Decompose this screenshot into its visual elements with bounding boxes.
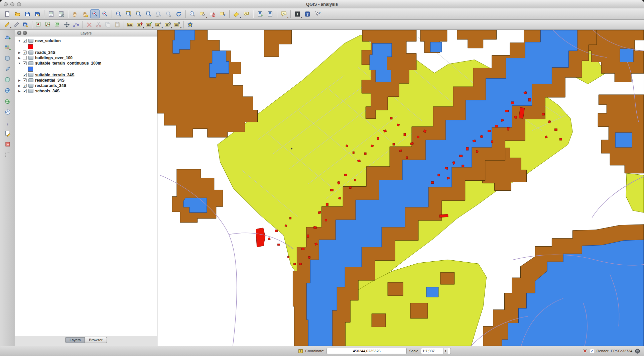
zoom-next-button[interactable]	[164, 9, 173, 18]
zoom-full-extent-button[interactable]	[124, 9, 133, 18]
add-feature-point-button[interactable]	[34, 21, 43, 29]
layer-row-suitable_terrain_34S[interactable]: ✓suitable_terrain_34S	[15, 72, 157, 78]
composer-manager-button[interactable]	[56, 9, 66, 18]
layer-labeling-button[interactable]: abc	[126, 21, 135, 29]
twisty-icon[interactable]: ▶	[18, 90, 21, 93]
layer-checkbox[interactable]: ✓	[23, 73, 27, 77]
add-wfs-layer-button[interactable]	[3, 107, 13, 117]
layer-row-suitable_terrain_continuous_100m[interactable]: ▼✓suitable_terrain_continuous_100m	[15, 61, 157, 66]
layer-row-roads_34S[interactable]: ▶✓roads_34S	[15, 50, 157, 55]
layer-row-buildings_over_100[interactable]: ▶buildings_over_100	[15, 55, 157, 61]
show-hide-labels-button[interactable]: ab▾	[145, 21, 153, 29]
cut-features-button[interactable]	[94, 21, 103, 29]
render-checkbox[interactable]: ✓	[590, 349, 594, 353]
tab-layers[interactable]: Layers	[65, 337, 85, 343]
extents-toggle-button[interactable]	[298, 349, 303, 354]
layer-checkbox[interactable]: ✓	[23, 51, 27, 55]
add-feature-line-button[interactable]	[44, 21, 52, 29]
new-print-composer-button[interactable]	[46, 9, 56, 18]
save-layer-edits-button[interactable]	[21, 21, 30, 29]
add-feature-polygon-button[interactable]	[53, 21, 62, 29]
panel-float-button[interactable]: ▫	[23, 31, 27, 35]
deselect-features-button[interactable]	[208, 9, 217, 18]
scale-spinner[interactable]: ▲▼	[443, 348, 448, 354]
zoom-actual-size-button[interactable]: 1:1	[114, 9, 123, 18]
twisty-icon[interactable]: ▶	[18, 51, 21, 54]
add-raster-layer-button[interactable]	[3, 43, 13, 53]
scale-combo[interactable]: ▲▼	[421, 348, 451, 354]
add-spatialite-layer-button[interactable]	[3, 65, 13, 74]
layer-row-restaurants_34S[interactable]: ▶✓restaurants_34S	[15, 83, 157, 88]
layer-checkbox[interactable]: ✓	[23, 89, 27, 93]
save-project-button[interactable]	[23, 9, 32, 18]
close-button[interactable]	[4, 2, 8, 6]
pan-to-selection-button[interactable]	[80, 9, 90, 18]
rotate-label-button[interactable]: ab▾	[163, 21, 172, 29]
copy-features-button[interactable]	[104, 21, 112, 29]
current-edits-button[interactable]	[12, 21, 21, 29]
twisty-icon[interactable]: ▼	[18, 62, 21, 65]
delete-selected-button[interactable]	[85, 21, 94, 29]
layer-checkbox[interactable]: ✓	[23, 61, 27, 65]
open-project-button[interactable]	[13, 9, 22, 18]
measure-line-button[interactable]: ▾	[232, 9, 241, 18]
scale-input[interactable]	[421, 349, 443, 353]
add-mssql-layer-button[interactable]	[3, 75, 13, 85]
select-by-expression-button[interactable]: ε	[218, 9, 227, 18]
zoom-button[interactable]	[17, 2, 21, 6]
refresh-map-button[interactable]	[174, 9, 183, 18]
layer-checkbox[interactable]: ✓	[23, 39, 27, 43]
add-delimited-text-layer-button[interactable]: ,	[3, 118, 13, 127]
zoom-in-button[interactable]	[90, 9, 100, 18]
twisty-icon[interactable]: ▼	[18, 39, 21, 42]
new-bookmark-button[interactable]	[255, 9, 265, 18]
layer-row-residential_34S[interactable]: ▶✓residential_34S	[15, 78, 157, 83]
remove-layer-group-button[interactable]	[3, 140, 13, 149]
node-tool-button[interactable]	[72, 21, 81, 29]
zoom-to-selection-button[interactable]	[134, 9, 143, 18]
layer-swatch[interactable]	[28, 44, 33, 49]
whats-this-button[interactable]: ?	[313, 9, 322, 18]
add-wcs-layer-button[interactable]	[3, 97, 13, 106]
minimize-button[interactable]	[10, 2, 14, 6]
zoom-to-layer-button[interactable]	[144, 9, 153, 18]
tab-browser[interactable]: Browser	[85, 337, 107, 343]
pin-unpin-labels-button[interactable]: ab▾	[135, 21, 144, 29]
paste-features-button[interactable]	[113, 21, 122, 29]
zoom-out-button[interactable]	[100, 9, 110, 18]
layer-swatch[interactable]	[28, 67, 33, 72]
add-vector-layer-button[interactable]	[3, 32, 13, 42]
layer-row-new_solution[interactable]: ▼✓new_solution	[15, 38, 157, 43]
save-project-as-button[interactable]	[33, 9, 42, 18]
layer-checkbox[interactable]: ✓	[23, 78, 27, 82]
move-label-button[interactable]: ab▾	[154, 21, 163, 29]
pan-map-button[interactable]	[70, 9, 80, 18]
map-tips-button[interactable]	[242, 9, 251, 18]
twisty-icon[interactable]: ▶	[18, 79, 21, 82]
processing-toolbox-button[interactable]	[186, 21, 195, 29]
annotation-button[interactable]: A▾	[279, 9, 288, 18]
identify-features-button[interactable]: i	[188, 9, 197, 18]
twisty-icon[interactable]: ▶	[18, 57, 21, 60]
toggle-editing-button[interactable]: ▾	[3, 21, 11, 29]
crs-status-button[interactable]	[635, 348, 640, 354]
help-contents-button[interactable]: ?	[303, 9, 312, 18]
panel-close-button[interactable]: ✕	[17, 31, 21, 35]
text-annotation-button[interactable]: T▾	[293, 9, 302, 18]
layer-row-schools_34S[interactable]: ▶✓schools_34S	[15, 88, 157, 94]
stop-rendering-button[interactable]	[583, 349, 588, 354]
select-features-button[interactable]: ▾	[198, 9, 207, 18]
map-canvas[interactable]	[157, 30, 644, 346]
coordinate-input[interactable]	[327, 348, 407, 354]
layer-checkbox[interactable]	[23, 56, 27, 60]
change-label-properties-button[interactable]: ab▾	[173, 21, 181, 29]
twisty-icon[interactable]: ▶	[18, 84, 21, 87]
show-bookmarks-button[interactable]	[265, 9, 275, 18]
toolbar-placeholder-button[interactable]	[3, 150, 13, 160]
add-postgis-layer-button[interactable]	[3, 54, 13, 63]
layer-checkbox[interactable]: ✓	[23, 84, 27, 88]
new-shapefile-layer-button[interactable]	[3, 129, 13, 138]
move-feature-button[interactable]	[62, 21, 71, 29]
zoom-last-button[interactable]	[154, 9, 163, 18]
add-wms-layer-button[interactable]	[3, 86, 13, 95]
